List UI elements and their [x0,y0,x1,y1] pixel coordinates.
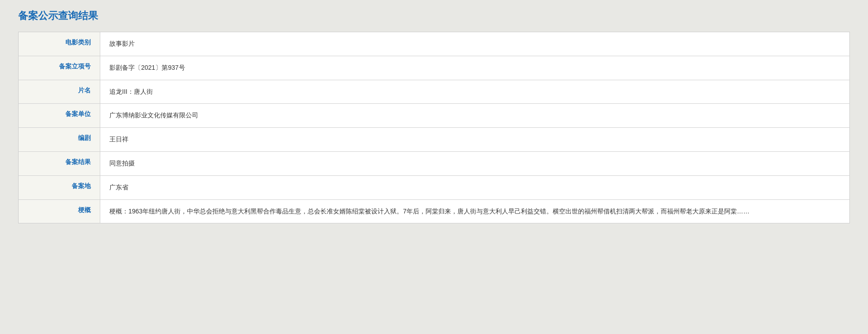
page-title: 备案公示查询结果 [18,9,850,23]
row-value-3: 广东博纳影业文化传媒有限公司 [100,104,850,128]
row-value-0: 故事影片 [100,32,850,56]
row-label-7: 梗概 [19,199,100,223]
table-row: 备案立项号影剧备字〔2021〕第937号 [19,56,850,80]
row-label-0: 电影类别 [19,32,100,56]
row-label-4: 编剧 [19,128,100,152]
row-value-1: 影剧备字〔2021〕第937号 [100,56,850,80]
row-value-5: 同意拍摄 [100,151,850,175]
table-row: 备案单位广东博纳影业文化传媒有限公司 [19,104,850,128]
table-row: 电影类别故事影片 [19,32,850,56]
table-row: 编剧王日祥 [19,128,850,152]
row-value-4: 王日祥 [100,128,850,152]
row-label-6: 备案地 [19,175,100,199]
row-label-3: 备案单位 [19,104,100,128]
row-value-2: 追龙III：唐人街 [100,80,850,104]
table-row: 备案结果同意拍摄 [19,151,850,175]
row-value-6: 广东省 [100,175,850,199]
table-row: 备案地广东省 [19,175,850,199]
row-label-5: 备案结果 [19,151,100,175]
row-value-7: 梗概：1963年纽约唐人街，中华总会拒绝与意大利黑帮合作毒品生意，总会长准女婿陈… [100,199,850,223]
row-label-2: 片名 [19,80,100,104]
table-row: 片名追龙III：唐人街 [19,80,850,104]
result-table: 电影类别故事影片备案立项号影剧备字〔2021〕第937号片名追龙III：唐人街备… [18,32,850,223]
table-row: 梗概梗概：1963年纽约唐人街，中华总会拒绝与意大利黑帮合作毒品生意，总会长准女… [19,199,850,223]
row-label-1: 备案立项号 [19,56,100,80]
